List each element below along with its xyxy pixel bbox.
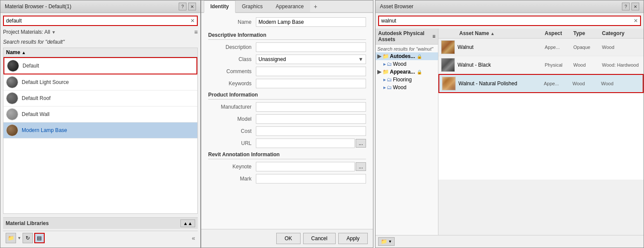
help-button[interactable]: ? <box>179 3 186 10</box>
type-column-header[interactable]: Type <box>573 30 599 36</box>
material-search-box: ✕ <box>3 16 198 26</box>
material-item[interactable]: Modern Lamp Base <box>3 122 197 138</box>
class-label: Class <box>208 56 256 62</box>
cost-input[interactable] <box>256 126 366 136</box>
url-input[interactable] <box>256 138 355 148</box>
group-icon: 🗂 <box>387 61 392 67</box>
material-browser-title: Material Browser - Default(1) <box>5 3 71 10</box>
asset-folder-button[interactable]: 📁 ▼ <box>378 237 395 246</box>
url-label: URL <box>208 140 256 146</box>
comments-row: Comments <box>208 67 366 76</box>
material-item[interactable]: Default Roof <box>3 90 197 106</box>
asset-close-button[interactable]: ✕ <box>631 3 639 10</box>
asset-browser-panel: Asset Browser ? ✕ ✕ Autodesk Physical As… <box>375 0 644 248</box>
name-column-header[interactable]: Asset Name ▲ <box>459 30 542 36</box>
properties-panel: Identity Graphics Appearance + Name Desc… <box>201 0 373 248</box>
panel-collapse-button[interactable]: « <box>192 235 195 242</box>
folder-dropdown-icon: ▼ <box>388 239 392 244</box>
material-list: Name ▲ Default Default Light So <box>3 48 198 214</box>
ok-button[interactable]: OK <box>276 233 300 244</box>
asset-search-clear-button[interactable]: ✕ <box>631 17 640 25</box>
asset-item-walnut[interactable]: Walnut Appe... Opaque Wood <box>438 39 644 56</box>
cancel-button[interactable]: Cancel <box>303 233 336 244</box>
class-combo-value: Unassigned <box>258 56 286 62</box>
class-combo[interactable]: Unassigned ▼ <box>256 55 366 64</box>
url-row: URL ... <box>208 138 366 148</box>
library-collapse-button[interactable]: ▲▲ <box>180 219 195 227</box>
asset-item-aspect: Appe... <box>544 81 570 86</box>
apply-button[interactable]: Apply <box>338 233 368 244</box>
asset-item-aspect: Appe... <box>545 45 571 50</box>
comments-label: Comments <box>208 68 256 74</box>
library-view-button[interactable]: ▤ <box>34 233 45 243</box>
tree-item-wood-2[interactable]: ▸ 🗂 Wood <box>376 84 438 91</box>
filter-icon[interactable]: ▼ <box>52 30 56 35</box>
properties-content: Name Descriptive Information Description… <box>201 13 373 229</box>
keynote-browse-button[interactable]: ... <box>356 162 366 171</box>
tree-group-icon: ▸ <box>383 61 386 67</box>
lock-icon: 🔒 <box>417 70 422 74</box>
walnut-black-thumbnail-image <box>441 58 454 71</box>
manufacturer-input[interactable] <box>256 102 366 112</box>
material-browser-title-bar: Material Browser - Default(1) ? ✕ <box>0 0 200 13</box>
material-name-input[interactable] <box>256 17 366 27</box>
keynote-input[interactable] <box>256 162 355 171</box>
open-folder-button[interactable]: 📁 <box>6 233 16 243</box>
tab-graphics[interactable]: Graphics <box>235 0 269 12</box>
asset-help-button[interactable]: ? <box>622 3 630 10</box>
material-search-results-label: Search results for "default" <box>3 38 198 46</box>
tree-group-icon: ▸ <box>383 84 386 90</box>
add-tab-button[interactable]: + <box>310 1 320 12</box>
tab-identity[interactable]: Identity <box>204 0 235 13</box>
comments-input[interactable] <box>256 67 366 76</box>
url-browse-button[interactable]: ... <box>356 139 366 148</box>
folder-icon: 📁 <box>381 238 387 245</box>
expand-icon: ▶ <box>377 53 382 59</box>
material-browser-panel: Material Browser - Default(1) ? ✕ ✕ Proj… <box>0 0 201 248</box>
asset-item-name: Walnut - Black <box>458 62 542 68</box>
tree-item-wood-1[interactable]: ▸ 🗂 Wood <box>376 60 438 68</box>
asset-item-type: Wood <box>572 81 598 86</box>
asset-content-area: Autodesk Physical Assets ≡ Search result… <box>376 29 644 235</box>
keynote-row: Keynote ... <box>208 162 366 171</box>
description-input[interactable] <box>256 42 366 52</box>
asset-item-type: Wood <box>573 62 599 68</box>
default-roof-sphere <box>7 93 18 104</box>
material-item[interactable]: Default <box>3 57 197 74</box>
properties-tab-bar: Identity Graphics Appearance + <box>201 0 373 13</box>
asset-list-header: Asset Name ▲ Aspect Type Category <box>438 29 644 39</box>
refresh-button[interactable]: ↻ <box>23 233 33 243</box>
asset-item-walnut-black[interactable]: Walnut - Black Physical Wood Wood: Hardw… <box>438 56 644 74</box>
asset-list-view-button[interactable]: ≡ <box>432 33 435 39</box>
cost-label: Cost <box>208 128 256 134</box>
asset-search-input[interactable] <box>379 16 631 25</box>
tree-item-label: Flooring <box>393 77 412 83</box>
tree-item-appearance[interactable]: ▶ 📁 Appeara... 🔒 <box>376 68 438 76</box>
tree-item-autodesk[interactable]: ▶ 📁 Autodes... 🔒 <box>376 52 438 60</box>
tree-item-flooring[interactable]: ▸ 🗂 Flooring <box>376 76 438 84</box>
mark-input[interactable] <box>256 174 366 184</box>
category-column-header[interactable]: Category <box>602 30 641 36</box>
asset-item-walnut-natural-polished[interactable]: Walnut - Natural Polished Appe... Wood W… <box>438 74 644 93</box>
material-name-column-header[interactable]: Name ▲ <box>6 49 195 55</box>
close-button[interactable]: ✕ <box>188 3 196 10</box>
keywords-input[interactable] <box>256 79 366 88</box>
folder-dropdown-icon[interactable]: ▼ <box>17 236 21 240</box>
tree-item-label: Wood <box>393 84 406 90</box>
walnut-polished-thumbnail-image <box>442 77 455 90</box>
material-item[interactable]: Default Wall <box>3 106 197 122</box>
model-input[interactable] <box>256 114 366 124</box>
tab-appearance[interactable]: Appearance <box>269 0 311 12</box>
material-thumbnail <box>6 124 18 136</box>
name-field-label: Name <box>208 19 256 25</box>
material-search-input[interactable] <box>4 16 188 25</box>
product-info-header: Product Information <box>208 92 366 100</box>
material-search-clear-button[interactable]: ✕ <box>188 17 197 25</box>
description-label: Description <box>208 44 256 50</box>
aspect-column-header[interactable]: Aspect <box>545 30 571 36</box>
material-item[interactable]: Default Light Source <box>3 74 197 90</box>
class-row: Class Unassigned ▼ <box>208 55 366 64</box>
material-list-view-button[interactable]: ≡ <box>194 29 198 35</box>
group-icon: 🗂 <box>387 77 392 83</box>
library-icon: ▤ <box>37 235 42 241</box>
